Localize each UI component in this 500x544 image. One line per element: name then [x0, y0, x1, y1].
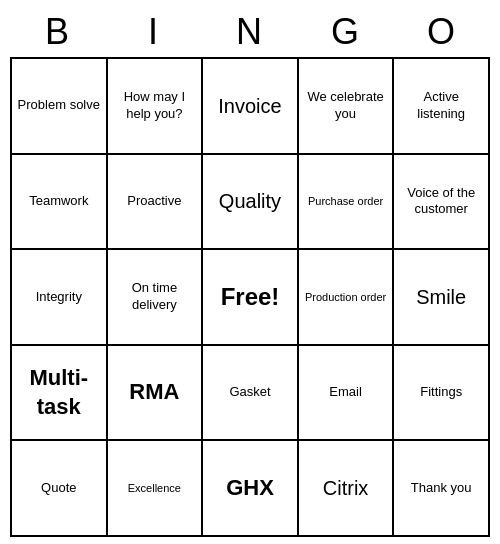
bingo-cell-12[interactable]: Free! — [203, 250, 299, 346]
bingo-cell-0[interactable]: Problem solve — [12, 59, 108, 155]
bingo-cell-16[interactable]: RMA — [108, 346, 204, 442]
bingo-cell-3[interactable]: We celebrate you — [299, 59, 395, 155]
bingo-cell-24[interactable]: Thank you — [394, 441, 490, 537]
bingo-cell-8[interactable]: Purchase order — [299, 155, 395, 251]
header-n: N — [202, 7, 298, 57]
bingo-cell-15[interactable]: Multi-task — [12, 346, 108, 442]
bingo-cell-14[interactable]: Smile — [394, 250, 490, 346]
header-o: O — [394, 7, 490, 57]
bingo-cell-23[interactable]: Citrix — [299, 441, 395, 537]
bingo-cell-9[interactable]: Voice of the customer — [394, 155, 490, 251]
bingo-cell-21[interactable]: Excellence — [108, 441, 204, 537]
bingo-cell-4[interactable]: Active listening — [394, 59, 490, 155]
bingo-cell-11[interactable]: On time delivery — [108, 250, 204, 346]
bingo-cell-17[interactable]: Gasket — [203, 346, 299, 442]
bingo-header: B I N G O — [10, 7, 490, 57]
bingo-grid: Problem solveHow may I help you?InvoiceW… — [10, 57, 490, 537]
bingo-cell-10[interactable]: Integrity — [12, 250, 108, 346]
bingo-cell-13[interactable]: Production order — [299, 250, 395, 346]
bingo-card: B I N G O Problem solveHow may I help yo… — [10, 7, 490, 537]
bingo-cell-22[interactable]: GHX — [203, 441, 299, 537]
bingo-cell-5[interactable]: Teamwork — [12, 155, 108, 251]
bingo-cell-20[interactable]: Quote — [12, 441, 108, 537]
bingo-cell-18[interactable]: Email — [299, 346, 395, 442]
bingo-cell-6[interactable]: Proactive — [108, 155, 204, 251]
header-g: G — [298, 7, 394, 57]
bingo-cell-1[interactable]: How may I help you? — [108, 59, 204, 155]
bingo-cell-2[interactable]: Invoice — [203, 59, 299, 155]
bingo-cell-7[interactable]: Quality — [203, 155, 299, 251]
header-b: B — [10, 7, 106, 57]
bingo-cell-19[interactable]: Fittings — [394, 346, 490, 442]
header-i: I — [106, 7, 202, 57]
